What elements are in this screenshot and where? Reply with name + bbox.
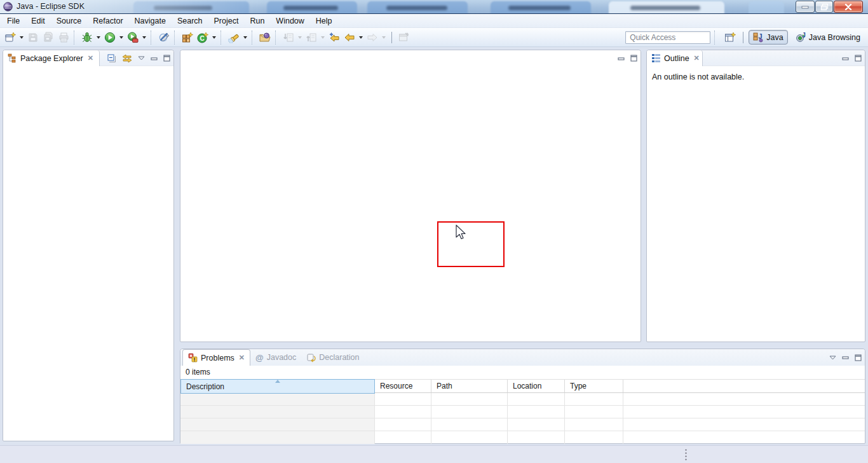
perspective-java-button[interactable]: J Java — [749, 30, 787, 45]
mark-occurrences-button[interactable] — [156, 30, 172, 45]
minimize-view-icon[interactable] — [618, 55, 625, 62]
tab-javadoc[interactable]: @ Javadoc — [250, 349, 301, 366]
view-menu-icon[interactable] — [138, 56, 145, 60]
new-java-project-icon — [182, 32, 193, 43]
minimize-view-icon[interactable] — [842, 354, 849, 361]
previous-annotation-dropdown[interactable] — [319, 30, 327, 45]
debug-button[interactable] — [79, 30, 95, 45]
title-bar[interactable]: Java - Eclipse SDK — [0, 0, 868, 14]
toolbar-divider — [743, 32, 743, 43]
problems-table: Description Resource Path Location Type — [180, 379, 865, 444]
external-tools-icon — [127, 32, 139, 43]
run-button[interactable] — [102, 30, 118, 45]
save-button[interactable] — [25, 30, 41, 45]
sort-ascending-icon — [275, 380, 280, 383]
external-tools-dropdown[interactable] — [140, 30, 148, 45]
column-header-type[interactable]: Type — [565, 380, 623, 392]
column-header-description[interactable]: Description — [180, 379, 375, 394]
browser-ghost-tab — [267, 1, 357, 14]
back-dropdown[interactable] — [357, 30, 365, 45]
pin-editor-button[interactable] — [396, 30, 411, 45]
column-header-resource[interactable]: Resource — [375, 380, 431, 392]
maximize-view-icon[interactable] — [630, 55, 637, 62]
problems-table-header: Description Resource Path Location Type — [180, 379, 865, 393]
menu-project[interactable]: Project — [208, 14, 245, 28]
problems-header: Problems ✕ @ Javadoc Declaration — [180, 349, 865, 366]
back-button[interactable] — [342, 30, 357, 45]
print-icon — [58, 32, 69, 43]
close-icon[interactable]: ✕ — [86, 54, 93, 62]
trim-drag-handle[interactable] — [685, 449, 688, 461]
close-button[interactable] — [834, 1, 863, 13]
minimize-view-icon[interactable] — [151, 55, 158, 62]
table-row — [180, 431, 865, 444]
collapse-all-icon[interactable] — [107, 54, 116, 63]
view-menu-icon[interactable] — [829, 356, 836, 360]
maximize-view-icon[interactable] — [855, 55, 862, 62]
open-perspective-icon — [724, 32, 736, 43]
window-title: Java - Eclipse SDK — [17, 2, 85, 11]
previous-annotation-button[interactable] — [304, 30, 319, 45]
minimize-button[interactable] — [796, 1, 815, 13]
forward-dropdown[interactable] — [380, 30, 388, 45]
quick-access-input[interactable] — [625, 31, 710, 44]
new-wizard-dropdown[interactable] — [18, 30, 25, 45]
tab-problems[interactable]: Problems ✕ — [182, 349, 250, 366]
column-header-path[interactable]: Path — [431, 380, 508, 392]
menu-bar: File Edit Source Refactor Navigate Searc… — [0, 14, 868, 28]
new-java-class-dropdown[interactable] — [210, 30, 218, 45]
outline-tab-label: Outline — [664, 54, 689, 63]
restore-button[interactable] — [815, 1, 833, 13]
minimize-view-icon[interactable] — [842, 55, 849, 62]
save-all-button[interactable] — [41, 30, 56, 45]
back-arrow-icon — [344, 32, 355, 43]
open-type-icon — [259, 32, 271, 43]
package-explorer-content[interactable] — [3, 66, 173, 441]
table-row — [180, 406, 865, 418]
outline-tab[interactable]: Outline ✕ — [647, 50, 703, 66]
link-with-editor-icon[interactable] — [122, 54, 132, 63]
svg-text:J: J — [802, 32, 806, 39]
menu-file[interactable]: File — [1, 14, 25, 28]
column-header-location[interactable]: Location — [508, 380, 565, 392]
search-flashlight-icon — [228, 32, 240, 43]
new-java-class-button[interactable]: C — [195, 30, 210, 45]
open-type-button[interactable] — [257, 30, 273, 45]
run-external-tools-button[interactable] — [125, 30, 140, 45]
menu-run[interactable]: Run — [244, 14, 270, 28]
outline-header: Outline ✕ — [647, 50, 865, 66]
close-icon[interactable]: ✕ — [693, 54, 700, 62]
search-button[interactable] — [226, 30, 241, 45]
menu-edit[interactable]: Edit — [25, 14, 51, 28]
problems-panel: Problems ✕ @ Javadoc Declaration — [180, 349, 865, 444]
next-annotation-dropdown[interactable] — [296, 30, 304, 45]
new-wizard-button[interactable] — [3, 30, 18, 45]
mark-occurrences-icon — [159, 32, 170, 43]
close-icon[interactable]: ✕ — [238, 354, 245, 362]
tab-declaration[interactable]: Declaration — [301, 349, 364, 366]
search-dropdown[interactable] — [241, 30, 249, 45]
next-annotation-button[interactable] — [281, 30, 296, 45]
debug-dropdown[interactable] — [95, 30, 102, 45]
maximize-view-icon[interactable] — [855, 354, 862, 361]
menu-navigate[interactable]: Navigate — [129, 14, 172, 28]
print-button[interactable] — [56, 30, 71, 45]
perspective-java-browsing-button[interactable]: J Java Browsing — [792, 31, 864, 44]
tab-javadoc-label: Javadoc — [267, 353, 297, 362]
editor-header — [180, 50, 641, 66]
maximize-view-icon[interactable] — [163, 55, 170, 62]
open-perspective-button[interactable] — [722, 30, 738, 45]
new-java-project-button[interactable] — [180, 30, 195, 45]
run-dropdown[interactable] — [118, 30, 125, 45]
forward-button[interactable] — [365, 30, 380, 45]
last-edit-location-button[interactable] — [327, 30, 342, 45]
package-explorer-view: Package Explorer ✕ — [3, 50, 174, 441]
menu-source[interactable]: Source — [51, 14, 88, 28]
main-toolbar: C — [0, 28, 868, 47]
menu-help[interactable]: Help — [310, 14, 338, 28]
package-explorer-tab-label: Package Explorer — [20, 54, 83, 63]
menu-window[interactable]: Window — [270, 14, 309, 28]
package-explorer-tab[interactable]: Package Explorer ✕ — [3, 50, 100, 66]
menu-search[interactable]: Search — [172, 14, 208, 28]
menu-refactor[interactable]: Refactor — [87, 14, 128, 28]
